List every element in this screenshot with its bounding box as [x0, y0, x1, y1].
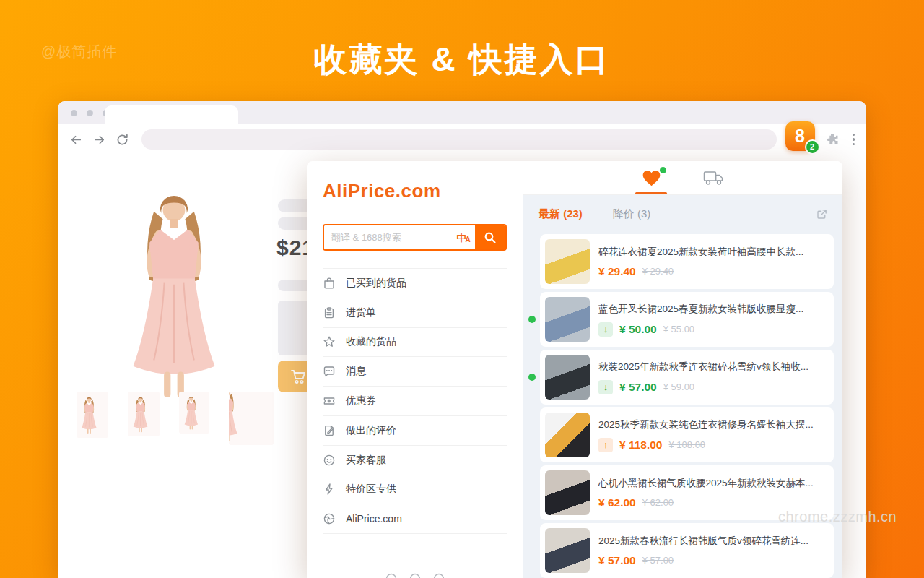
thumbnail-2[interactable] [128, 392, 160, 436]
tab-favorites[interactable] [642, 161, 661, 194]
flash-icon [323, 483, 336, 496]
product-title: 心机小黑裙长裙气质收腰2025年新款秋装女赫本... [598, 477, 827, 490]
popup-menu-item[interactable]: AliPrice.com [323, 504, 507, 534]
menu-item-label: 进货单 [346, 306, 376, 319]
cart-icon [289, 368, 307, 385]
thumbnail-1[interactable] [77, 392, 108, 438]
heart-icon [642, 169, 661, 187]
old-price: ¥ 108.00 [668, 439, 705, 450]
chat-icon [323, 365, 336, 378]
clipboard-icon [323, 306, 336, 319]
notification-dot [660, 167, 666, 173]
current-price: ¥ 118.00 [619, 439, 662, 452]
product-thumbnail [545, 297, 590, 342]
popup-menu-item[interactable]: 已买到的货品 [323, 269, 507, 298]
popup-menu-item[interactable]: 买家客服 [323, 446, 507, 475]
old-price: ¥ 57.00 [642, 555, 674, 566]
menu-item-label: AliPrice.com [346, 513, 402, 525]
popup-menu-item[interactable]: 收藏的货品 [323, 328, 507, 358]
browser-tab-bar [58, 101, 866, 124]
translate-icon[interactable]: 中A [452, 225, 475, 249]
thumbnail-strip [77, 392, 274, 445]
globe-icon [323, 512, 336, 525]
product-thumbnail [545, 470, 590, 515]
favorites-row: 2025秋季新款女装纯色连衣裙修身名媛长袖大摆... ↑ ¥ 118.00 ¥ … [540, 407, 834, 462]
promo-canvas: @极简插件 收藏夹 & 快捷入口 8 2 [0, 0, 924, 578]
product-title: 2025新款春秋流行长裙韩版气质v领碎花雪纺连... [598, 535, 827, 548]
extension-icon[interactable]: 8 2 [785, 121, 815, 151]
unread-dot [528, 374, 536, 381]
current-price: ¥ 62.00 [598, 496, 636, 509]
favorites-row: 2025新款春秋流行长裙韩版气质v领碎花雪纺连... ¥ 57.00 ¥ 57.… [540, 523, 834, 578]
footer-icon[interactable] [433, 573, 445, 578]
trend-icon: ↓ [598, 380, 613, 394]
star-icon [323, 335, 336, 348]
menu-item-label: 买家客服 [346, 454, 386, 467]
product-card[interactable]: 秋装2025年新款秋季连衣裙碎花雪纺v领长袖收... ↓ ¥ 57.00 ¥ 5… [540, 350, 834, 405]
search-input[interactable] [324, 225, 452, 249]
product-title: 秋装2025年新款秋季连衣裙碎花雪纺v领长袖收... [598, 361, 827, 374]
popup-menu-item[interactable]: 做出的评价 [323, 416, 507, 446]
menu-item-label: 特价区专供 [346, 483, 396, 496]
current-price: ¥ 57.00 [619, 381, 657, 394]
product-card[interactable]: 碎花连衣裙夏2025新款女装荷叶袖高腰中长款... ¥ 29.40 ¥ 29.4… [540, 234, 834, 289]
subtab-latest[interactable]: 最新 (23) [539, 207, 583, 221]
forward-button[interactable] [90, 130, 108, 149]
service-icon [323, 454, 336, 467]
current-price: ¥ 29.40 [598, 265, 636, 278]
page-title: 收藏夹 & 快捷入口 [0, 38, 924, 82]
popup-menu-item[interactable]: 优惠券 [323, 387, 507, 416]
product-title: 碎花连衣裙夏2025新款女装荷叶袖高腰中长款... [598, 246, 827, 259]
truck-icon [703, 169, 725, 186]
trend-icon: ↓ [598, 322, 613, 337]
product-title: 2025秋季新款女装纯色连衣裙修身名媛长袖大摆... [598, 418, 827, 431]
extension-icon-number: 8 [795, 126, 805, 147]
address-bar[interactable] [141, 129, 777, 150]
product-photo-main [95, 189, 253, 397]
browser-toolbar: 8 2 [58, 124, 866, 155]
product-card[interactable]: 2025新款春秋流行长裙韩版气质v领碎花雪纺连... ¥ 57.00 ¥ 57.… [540, 523, 834, 578]
menu-item-label: 已买到的货品 [346, 277, 406, 290]
product-thumbnail [545, 239, 590, 284]
old-price: ¥ 29.40 [642, 266, 674, 277]
product-card[interactable]: 蓝色开叉长裙2025春夏新款女装韩版收腰显瘦... ↓ ¥ 50.00 ¥ 55… [540, 292, 834, 347]
popup-menu-panel: AliPrice.com 中A 已买到的货品 进货单 收藏的货品 消息 优 [307, 161, 523, 578]
extension-popup: AliPrice.com 中A 已买到的货品 进货单 收藏的货品 消息 优 [307, 161, 842, 578]
browser-tab[interactable] [105, 105, 238, 124]
old-price: ¥ 59.00 [663, 381, 694, 392]
back-button[interactable] [66, 130, 85, 149]
footer-icon[interactable] [385, 573, 397, 578]
favorites-row: 蓝色开叉长裙2025春夏新款女装韩版收腰显瘦... ↓ ¥ 50.00 ¥ 55… [540, 292, 834, 347]
product-card[interactable]: 2025秋季新款女装纯色连衣裙修身名媛长袖大摆... ↑ ¥ 118.00 ¥ … [540, 407, 834, 462]
tab-shipping[interactable] [703, 161, 725, 194]
coupon-icon [323, 394, 336, 407]
trend-icon: ↑ [598, 438, 613, 452]
product-thumbnail [545, 355, 590, 400]
search-button[interactable] [475, 225, 505, 249]
old-price: ¥ 62.00 [642, 497, 674, 508]
window-controls[interactable] [71, 110, 109, 116]
reload-button[interactable] [113, 130, 131, 149]
extension-badge: 2 [805, 139, 820, 155]
thumbnail-4[interactable] [229, 392, 274, 445]
popup-menu-item[interactable]: 进货单 [323, 298, 507, 328]
popup-menu-item[interactable]: 消息 [323, 357, 507, 387]
browser-menu-icon[interactable] [850, 131, 858, 149]
popup-menu-item[interactable]: 特价区专供 [323, 475, 507, 505]
thumbnail-3[interactable] [179, 392, 209, 434]
bag-icon [323, 277, 336, 290]
open-in-new-icon[interactable] [816, 208, 828, 220]
menu-item-label: 做出的评价 [346, 424, 396, 437]
extensions-puzzle-icon[interactable] [825, 132, 840, 147]
current-price: ¥ 50.00 [619, 323, 657, 336]
popup-menu: 已买到的货品 进货单 收藏的货品 消息 优惠券 做出的评价 买家客服 特价区专供… [323, 268, 507, 534]
search-icon [484, 231, 497, 244]
product-thumbnail [545, 413, 590, 457]
review-icon [323, 424, 336, 437]
favorites-row: 秋装2025年新款秋季连衣裙碎花雪纺v领长袖收... ↓ ¥ 57.00 ¥ 5… [540, 350, 834, 405]
subtab-price-drop[interactable]: 降价 (3) [613, 207, 651, 221]
favorites-list: 碎花连衣裙夏2025新款女装荷叶袖高腰中长款... ¥ 29.40 ¥ 29.4… [523, 233, 842, 578]
search-box: 中A [323, 224, 507, 251]
current-price: ¥ 57.00 [598, 554, 636, 567]
footer-icon[interactable] [409, 573, 421, 578]
